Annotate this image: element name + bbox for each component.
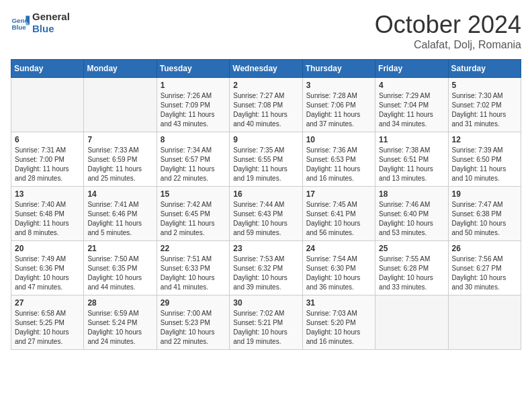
day-info: Sunrise: 7:46 AM Sunset: 6:40 PM Dayligh… [379, 200, 444, 238]
day-number: 16 [233, 189, 298, 199]
day-info: Sunrise: 7:36 AM Sunset: 6:53 PM Dayligh… [306, 146, 371, 183]
day-number: 7 [87, 135, 152, 144]
calendar-cell: 30Sunrise: 7:02 AM Sunset: 5:21 PM Dayli… [230, 295, 302, 350]
day-info: Sunrise: 7:53 AM Sunset: 6:32 PM Dayligh… [233, 255, 298, 292]
day-info: Sunrise: 7:49 AM Sunset: 6:36 PM Dayligh… [15, 255, 80, 292]
calendar-cell: 26Sunrise: 7:56 AM Sunset: 6:27 PM Dayli… [448, 241, 521, 295]
day-number: 1 [161, 81, 226, 90]
calendar-cell: 29Sunrise: 7:00 AM Sunset: 5:23 PM Dayli… [157, 295, 229, 350]
day-info: Sunrise: 7:35 AM Sunset: 6:55 PM Dayligh… [233, 146, 298, 183]
day-number: 3 [306, 81, 371, 90]
calendar-cell: 6Sunrise: 7:31 AM Sunset: 7:00 PM Daylig… [11, 132, 84, 187]
day-info: Sunrise: 7:40 AM Sunset: 6:48 PM Dayligh… [15, 200, 80, 238]
calendar-cell: 21Sunrise: 7:50 AM Sunset: 6:35 PM Dayli… [84, 241, 157, 295]
calendar-cell [84, 78, 157, 132]
day-info: Sunrise: 7:54 AM Sunset: 6:30 PM Dayligh… [306, 255, 371, 292]
calendar-cell: 9Sunrise: 7:35 AM Sunset: 6:55 PM Daylig… [230, 132, 302, 187]
calendar-cell: 1Sunrise: 7:26 AM Sunset: 7:09 PM Daylig… [157, 78, 229, 132]
day-number: 26 [452, 244, 517, 253]
day-info: Sunrise: 7:51 AM Sunset: 6:33 PM Dayligh… [161, 255, 226, 292]
day-info: Sunrise: 7:29 AM Sunset: 7:04 PM Dayligh… [379, 91, 444, 129]
day-info: Sunrise: 7:38 AM Sunset: 6:51 PM Dayligh… [379, 146, 444, 183]
calendar-week-row: 13Sunrise: 7:40 AM Sunset: 6:48 PM Dayli… [11, 187, 521, 241]
calendar-cell: 24Sunrise: 7:54 AM Sunset: 6:30 PM Dayli… [302, 241, 375, 295]
day-info: Sunrise: 7:56 AM Sunset: 6:27 PM Dayligh… [452, 255, 517, 292]
day-info: Sunrise: 7:00 AM Sunset: 5:23 PM Dayligh… [161, 309, 226, 347]
day-number: 20 [15, 244, 80, 253]
calendar-cell: 12Sunrise: 7:39 AM Sunset: 6:50 PM Dayli… [448, 132, 521, 187]
calendar-cell: 13Sunrise: 7:40 AM Sunset: 6:48 PM Dayli… [11, 187, 84, 241]
day-info: Sunrise: 7:33 AM Sunset: 6:59 PM Dayligh… [87, 146, 152, 183]
day-number: 23 [233, 244, 298, 253]
day-number: 22 [161, 244, 226, 253]
day-info: Sunrise: 7:50 AM Sunset: 6:35 PM Dayligh… [87, 255, 152, 292]
calendar-cell: 25Sunrise: 7:55 AM Sunset: 6:28 PM Dayli… [375, 241, 448, 295]
day-info: Sunrise: 7:28 AM Sunset: 7:06 PM Dayligh… [306, 91, 371, 129]
calendar-cell: 15Sunrise: 7:42 AM Sunset: 6:45 PM Dayli… [157, 187, 229, 241]
day-info: Sunrise: 7:34 AM Sunset: 6:57 PM Dayligh… [161, 146, 226, 183]
logo: General Blue General Blue [11, 11, 70, 35]
day-number: 18 [379, 189, 444, 199]
day-number: 8 [161, 135, 226, 144]
header-wednesday: Wednesday [230, 60, 302, 78]
day-info: Sunrise: 7:42 AM Sunset: 6:45 PM Dayligh… [161, 200, 226, 238]
header-tuesday: Tuesday [157, 60, 229, 78]
calendar-week-row: 27Sunrise: 6:58 AM Sunset: 5:25 PM Dayli… [11, 295, 521, 350]
day-number: 27 [15, 298, 80, 308]
day-number: 31 [306, 298, 371, 308]
calendar-cell: 27Sunrise: 6:58 AM Sunset: 5:25 PM Dayli… [11, 295, 84, 350]
calendar-cell [448, 295, 521, 350]
calendar-table: SundayMondayTuesdayWednesdayThursdayFrid… [11, 59, 521, 350]
calendar-cell: 16Sunrise: 7:44 AM Sunset: 6:43 PM Dayli… [230, 187, 302, 241]
day-number: 24 [306, 244, 371, 253]
calendar-week-row: 6Sunrise: 7:31 AM Sunset: 7:00 PM Daylig… [11, 132, 521, 187]
calendar-cell: 7Sunrise: 7:33 AM Sunset: 6:59 PM Daylig… [84, 132, 157, 187]
day-info: Sunrise: 7:44 AM Sunset: 6:43 PM Dayligh… [233, 200, 298, 238]
calendar-week-row: 1Sunrise: 7:26 AM Sunset: 7:09 PM Daylig… [11, 78, 521, 132]
day-number: 9 [233, 135, 298, 144]
day-number: 14 [87, 189, 152, 199]
logo-text-line1: General [32, 11, 70, 23]
calendar-cell: 2Sunrise: 7:27 AM Sunset: 7:08 PM Daylig… [230, 78, 302, 132]
day-number: 4 [379, 81, 444, 90]
day-number: 19 [452, 189, 517, 199]
day-number: 30 [233, 298, 298, 308]
day-info: Sunrise: 7:41 AM Sunset: 6:46 PM Dayligh… [87, 200, 152, 238]
day-info: Sunrise: 7:47 AM Sunset: 6:38 PM Dayligh… [452, 200, 517, 238]
location-subtitle: Calafat, Dolj, Romania [375, 39, 521, 51]
header-friday: Friday [375, 60, 448, 78]
day-number: 28 [87, 298, 152, 308]
calendar-week-row: 20Sunrise: 7:49 AM Sunset: 6:36 PM Dayli… [11, 241, 521, 295]
header-saturday: Saturday [448, 60, 521, 78]
day-info: Sunrise: 7:02 AM Sunset: 5:21 PM Dayligh… [233, 309, 298, 347]
day-number: 13 [15, 189, 80, 199]
day-info: Sunrise: 7:45 AM Sunset: 6:41 PM Dayligh… [306, 200, 371, 238]
day-number: 17 [306, 189, 371, 199]
day-number: 2 [233, 81, 298, 90]
calendar-cell: 5Sunrise: 7:30 AM Sunset: 7:02 PM Daylig… [448, 78, 521, 132]
calendar-cell: 20Sunrise: 7:49 AM Sunset: 6:36 PM Dayli… [11, 241, 84, 295]
calendar-cell: 10Sunrise: 7:36 AM Sunset: 6:53 PM Dayli… [302, 132, 375, 187]
title-area: October 2024 Calafat, Dolj, Romania [375, 11, 521, 51]
day-number: 15 [161, 189, 226, 199]
day-number: 12 [452, 135, 517, 144]
page-header: General Blue General Blue October 2024 C… [11, 11, 521, 51]
day-number: 6 [15, 135, 80, 144]
calendar-cell: 11Sunrise: 7:38 AM Sunset: 6:51 PM Dayli… [375, 132, 448, 187]
calendar-cell: 19Sunrise: 7:47 AM Sunset: 6:38 PM Dayli… [448, 187, 521, 241]
day-number: 11 [379, 135, 444, 144]
svg-text:Blue: Blue [11, 24, 26, 31]
calendar-cell [375, 295, 448, 350]
calendar-cell [11, 78, 84, 132]
calendar-cell: 8Sunrise: 7:34 AM Sunset: 6:57 PM Daylig… [157, 132, 229, 187]
day-number: 5 [452, 81, 517, 90]
day-info: Sunrise: 6:58 AM Sunset: 5:25 PM Dayligh… [15, 309, 80, 347]
day-info: Sunrise: 7:26 AM Sunset: 7:09 PM Dayligh… [161, 91, 226, 129]
day-info: Sunrise: 7:39 AM Sunset: 6:50 PM Dayligh… [452, 146, 517, 183]
calendar-cell: 22Sunrise: 7:51 AM Sunset: 6:33 PM Dayli… [157, 241, 229, 295]
day-number: 29 [161, 298, 226, 308]
calendar-cell: 31Sunrise: 7:03 AM Sunset: 5:20 PM Dayli… [302, 295, 375, 350]
calendar-cell: 4Sunrise: 7:29 AM Sunset: 7:04 PM Daylig… [375, 78, 448, 132]
logo-icon: General Blue [11, 13, 30, 32]
day-info: Sunrise: 7:27 AM Sunset: 7:08 PM Dayligh… [233, 91, 298, 129]
